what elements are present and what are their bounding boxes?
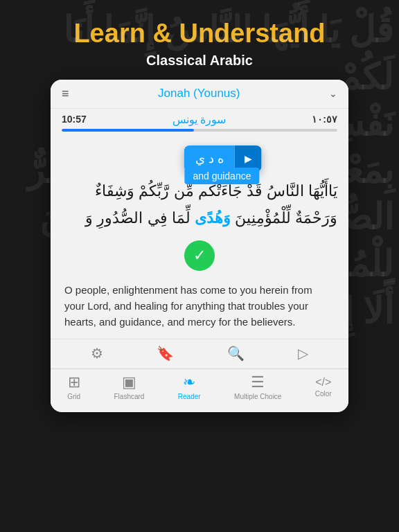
verse-area: ه د ي ▶ and guidance يَاأَيُّهَا النَّاس…: [51, 134, 348, 232]
surah-name-arabic: سورة يونس: [172, 113, 226, 126]
verse-arabic-line2-part2: وَرَحْمَةٌ لِّلْمُؤْمِنِينَ: [235, 209, 337, 227]
reader-icon: ❧: [183, 373, 195, 391]
translation-area: O people, enlightenment has come to you …: [51, 276, 348, 339]
nav-label-grid: Grid: [67, 393, 80, 400]
time-right: ١٠:٥٧: [312, 114, 337, 125]
status-bar: 10:57 سورة يونس ١٠:٥٧: [51, 109, 348, 126]
dropdown-icon[interactable]: ⌄: [329, 88, 337, 99]
progress-bar-fill: [62, 129, 194, 132]
search-icon[interactable]: 🔍: [227, 345, 245, 362]
app-frame: ≡ Jonah (Younus) ⌄ 10:57 سورة يونس ١٠:٥٧…: [51, 80, 348, 412]
tooltip-label: and guidance: [184, 168, 259, 184]
settings-icon[interactable]: ⚙: [91, 345, 103, 362]
main-title: Learn & Understand: [73, 19, 325, 48]
checkmark-circle[interactable]: ✓: [184, 240, 215, 271]
bookmark-icon[interactable]: 🔖: [157, 345, 174, 362]
nav-item-grid[interactable]: ⊞ Grid: [67, 373, 80, 400]
flashcard-icon: ▣: [122, 373, 136, 391]
nav-label-color: Color: [315, 390, 332, 398]
nav-item-color[interactable]: </> Color: [315, 376, 332, 398]
subtitle: Classical Arabic: [73, 53, 325, 69]
nav-label-multiple-choice: Multiple Choice: [234, 393, 281, 400]
time-left: 10:57: [62, 114, 87, 125]
color-icon: </>: [315, 376, 331, 389]
header-section: Learn & Understand Classical Arabic: [60, 0, 339, 80]
grid-icon: ⊞: [68, 373, 80, 391]
verse-arabic-line2: وَرَحْمَةٌ لِّلْمُؤْمِنِينَ وَهُدًى لِّم…: [62, 204, 337, 232]
verse-arabic-line2-part1: لِّمَا فِي الصُّدُورِ وَ: [85, 209, 190, 227]
play-outline-icon[interactable]: ▷: [298, 345, 308, 362]
verse-arabic-highlighted: وَهُدًى: [195, 209, 231, 227]
hamburger-icon[interactable]: ≡: [62, 87, 69, 101]
nav-label-reader: Reader: [178, 393, 201, 400]
progress-bar-container: [51, 126, 348, 134]
translation-text: O people, enlightenment has come to you …: [64, 282, 335, 330]
bottom-icons-row: ⚙ 🔖 🔍 ▷: [51, 339, 348, 369]
nav-item-reader[interactable]: ❧ Reader: [178, 373, 201, 400]
app-navbar: ⊞ Grid ▣ Flashcard ❧ Reader ☰ Multiple C…: [51, 369, 348, 406]
progress-bar-bg: [62, 129, 337, 132]
checkmark-area: ✓: [51, 232, 348, 276]
nav-item-flashcard[interactable]: ▣ Flashcard: [114, 373, 145, 400]
multiple-choice-icon: ☰: [251, 373, 265, 391]
app-topbar: ≡ Jonah (Younus) ⌄: [51, 80, 348, 109]
nav-label-flashcard: Flashcard: [114, 393, 145, 400]
surah-title: Jonah (Younus): [158, 87, 240, 100]
nav-item-multiple-choice[interactable]: ☰ Multiple Choice: [234, 373, 281, 400]
